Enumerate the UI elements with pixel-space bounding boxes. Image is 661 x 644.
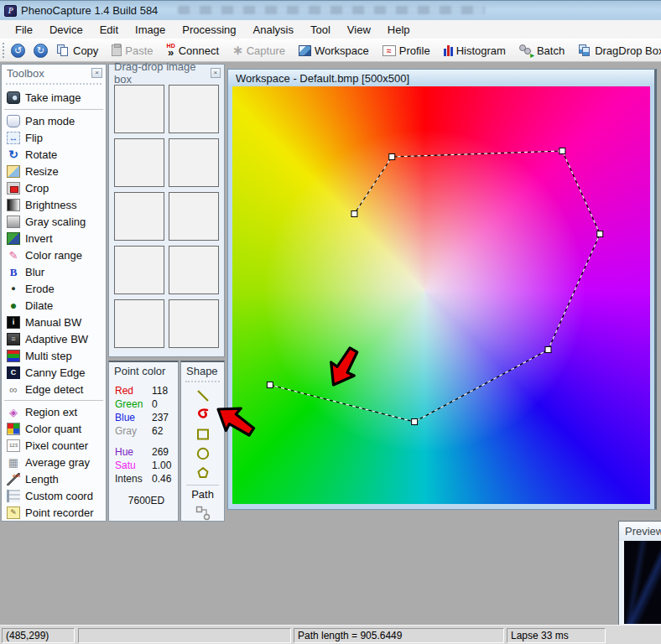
- dragdrop-slot[interactable]: [114, 138, 164, 187]
- menu-file[interactable]: File: [7, 22, 41, 38]
- path-overlay[interactable]: [232, 86, 650, 504]
- line-tool[interactable]: [181, 386, 224, 405]
- toolbox-item[interactable]: i Manual BW: [2, 314, 106, 330]
- panel-drag-handle[interactable]: [6, 83, 101, 85]
- canny-edge-icon: C: [7, 366, 20, 379]
- menu-help[interactable]: Help: [379, 22, 419, 38]
- dragdrop-slot[interactable]: [169, 85, 219, 133]
- dilate-icon: ●: [7, 299, 20, 312]
- color-channel-label: Blue: [115, 412, 152, 423]
- path-node[interactable]: [545, 347, 551, 353]
- toolbox-item[interactable]: ✎ Point recorder: [2, 504, 106, 521]
- hsv-values: Hue 269 Satu 1.00 Intens 0.46: [115, 445, 178, 486]
- dragdrop-slot[interactable]: [169, 246, 219, 294]
- connect-label: Connect: [179, 44, 219, 57]
- preview-window: Preview: [618, 521, 661, 627]
- path-node[interactable]: [267, 382, 273, 388]
- batch-button[interactable]: ▶ Batch: [515, 43, 569, 59]
- path-node[interactable]: [389, 154, 395, 160]
- undo-button[interactable]: ↺: [7, 42, 29, 60]
- path-node[interactable]: [597, 231, 603, 237]
- toolbox-item[interactable]: ∞ Edge detect: [2, 381, 106, 397]
- length-icon: cm: [7, 473, 20, 486]
- copy-button[interactable]: Copy: [52, 43, 102, 59]
- profile-button[interactable]: ≈ Profile: [378, 43, 435, 59]
- toolbox-item[interactable]: Take image: [2, 88, 106, 106]
- dragdrop-slot[interactable]: [169, 138, 219, 187]
- toolbox-item-label: Custom coord: [25, 490, 93, 502]
- capture-button[interactable]: ∗ Capture: [228, 41, 289, 60]
- close-icon[interactable]: ×: [91, 68, 102, 78]
- path-node[interactable]: [412, 419, 418, 425]
- dragdrop-slot[interactable]: [114, 246, 164, 294]
- toolbox-item[interactable]: ↔ Flip: [2, 129, 106, 146]
- panel-drag-handle[interactable]: [185, 381, 220, 382]
- toolbox-item[interactable]: Multi step: [2, 347, 106, 364]
- menu-edit[interactable]: Edit: [91, 22, 127, 38]
- color-channel-label: Satu: [115, 460, 152, 471]
- dragdrop-slot[interactable]: [114, 85, 164, 133]
- paste-button[interactable]: Paste: [107, 43, 157, 59]
- toolbox-item[interactable]: C Canny Edge: [2, 364, 106, 381]
- preview-image: [624, 541, 661, 624]
- toolbox-item[interactable]: Brightness: [2, 196, 106, 213]
- curve-tool-selected[interactable]: [181, 405, 224, 424]
- toolbox-item-label: Crop: [25, 182, 49, 195]
- toolbox-item[interactable]: ↻ Rotate: [2, 146, 106, 163]
- color-value-row: Hue 269: [115, 445, 178, 459]
- dragdrop-slot[interactable]: [169, 192, 219, 241]
- toolbox-item[interactable]: ✎ Color range: [2, 247, 106, 263]
- circle-tool[interactable]: [181, 444, 224, 463]
- point-color-panel: Point color Red 118 Green 0 Blue 237: [108, 361, 179, 522]
- circle-tool-icon: [195, 445, 211, 462]
- line-tool-icon: [195, 387, 211, 404]
- toolbox-item[interactable]: Crop: [2, 179, 106, 196]
- toolbox-item[interactable]: Custom coord: [2, 487, 106, 504]
- menu-device[interactable]: Device: [41, 22, 91, 38]
- toolbox-item[interactable]: ● Erode: [2, 280, 106, 297]
- toolbox-item[interactable]: Pan mode: [2, 112, 106, 129]
- path-node-tool[interactable]: [181, 503, 224, 522]
- average-gray-icon: ▦: [7, 456, 20, 469]
- redacted-path-text: [178, 6, 485, 14]
- toolbox-item[interactable]: ≡ Adaptive BW: [2, 330, 106, 347]
- dragdrop-slot[interactable]: [114, 192, 164, 241]
- color-channel-value: 0: [152, 398, 158, 410]
- histogram-button[interactable]: Histogram: [440, 43, 510, 59]
- workspace-canvas[interactable]: [232, 86, 650, 504]
- adaptive-bw-icon: ≡: [7, 333, 20, 345]
- toolbox-item[interactable]: Color quant: [2, 420, 106, 437]
- redo-button[interactable]: ↻: [29, 42, 52, 60]
- app-icon: P: [4, 5, 17, 17]
- toolbox-item[interactable]: ◈ Region ext: [2, 403, 106, 420]
- menu-processing[interactable]: Processing: [174, 22, 244, 38]
- path-node[interactable]: [351, 211, 357, 217]
- toolbox-item[interactable]: Invert: [2, 230, 106, 247]
- rectangle-tool[interactable]: [181, 424, 224, 444]
- toolbox-item[interactable]: ● Dilate: [2, 297, 106, 314]
- toolbox-item[interactable]: cm Length: [2, 470, 106, 487]
- workspace-button[interactable]: Workspace: [294, 43, 373, 59]
- toolbox-item[interactable]: 123 Pixel counter: [2, 437, 106, 454]
- connect-button[interactable]: HD » Connect: [163, 41, 224, 60]
- menu-analysis[interactable]: Analysis: [245, 22, 302, 38]
- toolbox-item[interactable]: B Blur: [2, 263, 106, 280]
- toolbox-item-label: Color range: [25, 249, 82, 262]
- menu-view[interactable]: View: [339, 22, 379, 38]
- main-toolbar: ↺ ↻ Copy Paste HD » Connect ∗ Capture Wo…: [0, 39, 661, 62]
- polygon-tool[interactable]: [181, 463, 224, 482]
- dragdrop-slot[interactable]: [169, 299, 219, 348]
- resize-icon: [7, 165, 20, 178]
- toolbox-item[interactable]: ▦ Average gray: [2, 454, 106, 470]
- toolbox-item[interactable]: Gray scaling: [2, 213, 106, 230]
- close-icon[interactable]: ×: [211, 68, 221, 78]
- dragdrop-box-button[interactable]: DragDrop Box: [574, 43, 661, 59]
- toolbox-item-label: Brightness: [25, 199, 76, 211]
- dragdrop-slot[interactable]: [114, 299, 164, 348]
- toolbox-item[interactable]: Resize: [2, 163, 106, 179]
- profile-chart-icon: ≈: [383, 45, 396, 56]
- menu-tool[interactable]: Tool: [302, 22, 339, 38]
- path-node[interactable]: [560, 148, 565, 154]
- menu-image[interactable]: Image: [127, 22, 174, 38]
- toolbox-group-edit: Pan mode ↔ Flip ↻ Rotate Resize Crop: [2, 112, 106, 397]
